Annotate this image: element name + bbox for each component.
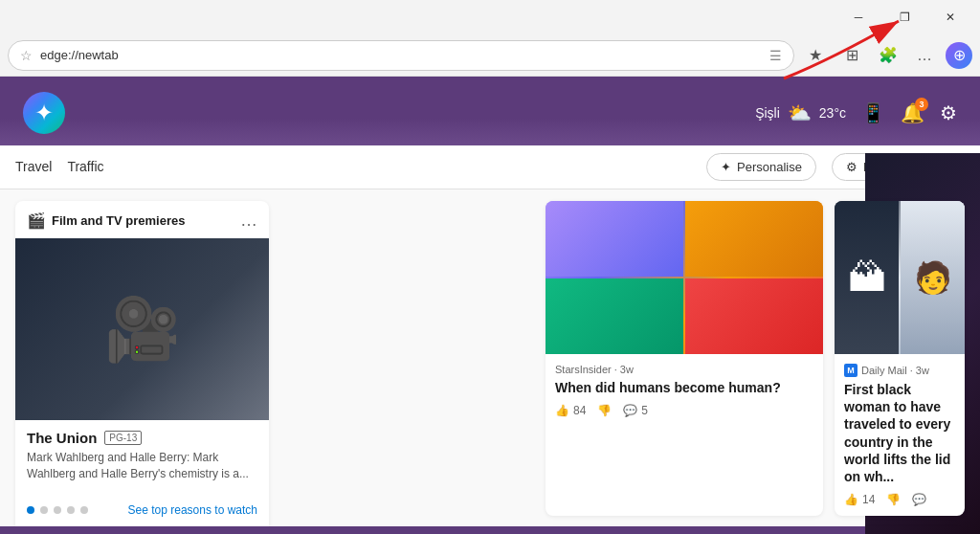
settings-button[interactable]: ⚙ <box>940 101 957 124</box>
collections-icon[interactable]: ⊞ <box>836 40 867 71</box>
weather-icon: ⛅ <box>788 101 812 124</box>
card-1-content: StarsInsider · 3w When did humans become… <box>546 354 823 427</box>
film-image: 🎥 <box>15 238 269 420</box>
film-label: Film and TV premieres <box>52 213 185 228</box>
card-2-actions: 👍 14 👎 💬 <box>844 493 955 506</box>
card-2-like-button[interactable]: 👍 14 <box>844 493 875 506</box>
like-button[interactable]: 👍 84 <box>555 404 586 417</box>
card-1-actions: 👍 84 👎 💬 5 <box>555 404 813 417</box>
dot-3[interactable] <box>54 506 61 514</box>
card-2-comment-button[interactable]: 💬 <box>912 493 926 506</box>
new-tab-page: ✦ Şişli ⛅ 23°c 📱 🔔 3 ⚙ Travel Traffic ✦ <box>0 77 980 534</box>
notifications-button[interactable]: 🔔 3 <box>901 101 924 124</box>
address-input[interactable] <box>40 48 762 62</box>
right-column-spacer <box>280 201 534 516</box>
dot-2[interactable] <box>40 506 48 514</box>
tabs-row: Travel Traffic ✦ Personalise ⚙ Feed sett… <box>0 145 980 189</box>
film-card-header: 🎬 Film and TV premieres … <box>15 201 269 238</box>
film-name[interactable]: The Union <box>27 430 97 446</box>
address-bar[interactable]: ☆ ☰ <box>8 40 794 71</box>
card-1-source: StarsInsider · 3w <box>555 364 813 375</box>
film-rating: PG-13 <box>104 431 142 445</box>
card-2-image: 🏔 🧑 <box>835 201 965 354</box>
favorites-icon[interactable]: ★ <box>800 40 831 71</box>
tab-travel[interactable]: Travel <box>15 155 52 180</box>
comment-button[interactable]: 💬 5 <box>623 404 648 417</box>
title-bar: ─ ❐ ✕ <box>0 0 980 34</box>
phone-icon-button[interactable]: 📱 <box>861 101 885 124</box>
film-card: 🎬 Film and TV premieres … 🎥 The Union PG… <box>15 201 269 526</box>
minimize-button[interactable]: ─ <box>836 0 880 34</box>
personalise-button[interactable]: ✦ Personalise <box>706 153 816 181</box>
copilot-logo[interactable]: ✦ <box>23 92 65 134</box>
film-icon: 🎬 <box>27 211 46 230</box>
watch-button[interactable]: See top reasons to watch <box>128 503 257 517</box>
dot-1[interactable] <box>27 506 34 514</box>
film-dots <box>27 506 88 514</box>
more-icon[interactable]: … <box>909 40 940 71</box>
close-button[interactable]: ✕ <box>928 0 972 34</box>
city-label: Şişli <box>755 105 780 121</box>
window-controls: ─ ❐ ✕ <box>836 0 972 34</box>
card-1: StarsInsider · 3w When did humans become… <box>546 201 823 516</box>
star-icon: ☆ <box>20 48 33 63</box>
reader-icon: ☰ <box>769 48 782 63</box>
browser-toolbar: ☆ ☰ ★ ⊞ 🧩 … ⊕ <box>0 34 980 77</box>
tab-traffic[interactable]: Traffic <box>67 155 103 180</box>
maximize-button[interactable]: ❐ <box>882 0 926 34</box>
card-2-source: M Daily Mail · 3w <box>844 364 955 377</box>
header-icons: Şişli ⛅ 23°c 📱 🔔 3 ⚙ <box>755 101 957 124</box>
new-tab-header: ✦ Şişli ⛅ 23°c 📱 🔔 3 ⚙ <box>0 77 980 145</box>
card-2-content: M Daily Mail · 3w First black woman to h… <box>835 354 965 516</box>
dot-4[interactable] <box>67 506 75 514</box>
film-description: Mark Wahlberg and Halle Berry: Mark Wahl… <box>27 450 257 482</box>
film-footer: See top reasons to watch <box>15 500 269 526</box>
content-area: Travel Traffic ✦ Personalise ⚙ Feed sett… <box>0 145 980 526</box>
film-more-button[interactable]: … <box>240 211 257 231</box>
feed-settings-icon: ⚙ <box>846 160 858 174</box>
personalise-icon: ✦ <box>721 160 731 174</box>
card-1-title[interactable]: When did humans become human? <box>555 379 813 396</box>
extensions-icon[interactable]: 🧩 <box>873 40 903 71</box>
card-2-title[interactable]: First black woman to have traveled to ev… <box>844 381 955 485</box>
dislike-button[interactable]: 👎 <box>597 404 612 417</box>
dot-5[interactable] <box>80 506 88 514</box>
film-info: The Union PG-13 Mark Wahlberg and Halle … <box>15 420 269 500</box>
card-2-dislike-button[interactable]: 👎 <box>886 493 901 506</box>
notification-badge: 3 <box>915 98 928 111</box>
temperature-label: 23°c <box>819 105 846 121</box>
card-1-image <box>546 201 823 354</box>
edge-icon[interactable]: ⊕ <box>946 42 972 69</box>
weather-display: Şişli ⛅ 23°c <box>755 101 846 124</box>
personalise-label: Personalise <box>737 160 802 174</box>
card-2: 🏔 🧑 M Daily Mail · 3w First black woman … <box>835 201 965 516</box>
